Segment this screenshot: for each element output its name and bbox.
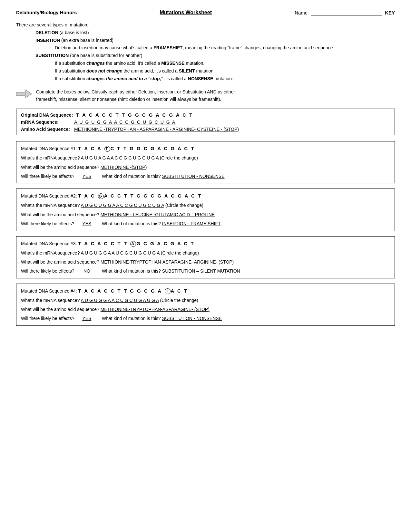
original-amino-seq: METHIONINE -TRYPTOPHAN - ASPARAGINE - AR… (74, 127, 239, 132)
key-label: KEY (385, 10, 395, 15)
sub2-mid: the amino acid, it's called a (122, 68, 179, 73)
mut-dna-row-4: Mutated DNA Sequence #4: T A C A C C T T… (21, 287, 390, 295)
substitution-text: (one base is substituted for another) (69, 53, 142, 58)
sub3-bold: NONSENSE (188, 76, 213, 81)
mut-mrna-ans-4: A U G U G G A A C C G C U G A U G A (81, 298, 159, 303)
mutations-container: Mutated DNA Sequence #1: T A C A TC T T … (16, 141, 395, 326)
mut-effects-row-3: Will there likely be effects? NO What ki… (21, 267, 390, 275)
sub2-end: mutation. (195, 68, 215, 73)
mut-effects-q-3: Will there likely be effects? (21, 268, 75, 274)
sub3-line: If a substitution changes the amino acid… (55, 75, 395, 83)
name-label: Name (295, 10, 308, 15)
sub1-end: mutation. (185, 61, 204, 66)
mut-dna-row-1: Mutated DNA Sequence #1: T A C A TC T T … (21, 145, 390, 152)
worksheet-title: Mutations Worksheet (160, 10, 212, 15)
arrow-line2: frameshift, missense, silent or nonsense… (36, 96, 235, 103)
mut-mrna-row-1: What's the mRNA sequence? A U G U A G A … (21, 154, 390, 161)
page-header: Delahunty/Biology Honors Mutations Works… (16, 10, 395, 15)
mut-mrna-q-2: What's the mRNA sequence? (21, 203, 81, 208)
mut-mrna-note-2: (Circle the change) (165, 203, 203, 208)
mut-amino-q-4: What will be the amino acid sequence? (21, 307, 101, 312)
mut-kind-ans-1: SUBSTITUTION - NONSENSE (162, 174, 225, 179)
mut-kind-q-2: What kind of mutation is this? (102, 221, 162, 226)
mut-effects-ans-3: NO (75, 267, 98, 275)
mut-kind-ans-2: INSERTION - FRAME SHIFT (162, 221, 221, 226)
substitution-label: SUBSTITUTION (35, 53, 69, 58)
mut-mrna-q-1: What's the mRNA sequence? (21, 155, 81, 160)
frameshift-start: Deletion and insertion may cause what's … (55, 45, 153, 50)
original-mrna-row: mRNA Sequence: A U G U G G A A C C G C U… (21, 120, 390, 125)
sub1-italic: changes (86, 61, 105, 66)
deletion-text: (a base is lost) (58, 30, 89, 35)
mutation-box-2: Mutated DNA Sequence #2: T A C GA C C T … (16, 189, 395, 231)
mut-amino-row-2: What will be the amino acid sequence? ME… (21, 211, 390, 218)
mut-dna-label: Mutated DNA Sequence #1: (21, 146, 77, 151)
svg-marker-1 (25, 90, 32, 98)
mut-kind-q-1: What kind of mutation is this? (102, 174, 162, 179)
mut-amino-q-3: What will be the amino acid sequence? (21, 259, 101, 265)
insertion-text: (an extra base is inserted) (60, 38, 113, 43)
deletion-label: DELETION (35, 30, 58, 35)
frameshift-end: , meaning the reading "frame" changes, c… (182, 45, 334, 50)
name-line (311, 10, 382, 15)
substitution-line: SUBSTITUTION (one base is substituted fo… (35, 52, 395, 60)
mut-amino-row-4: What will be the amino acid sequence? ME… (21, 306, 390, 313)
original-box: Original DNA Sequence: T A C A C C T T G… (16, 109, 395, 135)
circled-base-1: T (104, 146, 110, 152)
mut-kind-q-4: What kind of mutation is this? (102, 316, 162, 321)
arrow-section: Complete the boxes below. Classify each … (16, 88, 395, 103)
mutation-box-4: Mutated DNA Sequence #4: T A C A C C T T… (16, 284, 395, 326)
mutation-box-1: Mutated DNA Sequence #1: T A C A TC T T … (16, 141, 395, 183)
mut-amino-ans-1: METHIONINE -(STOP) (101, 165, 147, 170)
sub1-start: If a substitution (55, 61, 86, 66)
mut-dna-row-3: Mutated DNA Sequence #3: T A C A C C T T… (21, 240, 390, 247)
mut-mrna-row-2: What's the mRNA sequence? A U G C U G G … (21, 202, 390, 209)
intro-section: There are several types of mutation: DEL… (16, 21, 395, 82)
mut-mrna-note-3: (Circle the change) (161, 250, 199, 256)
insertion-label: INSERTION (35, 38, 60, 43)
header-right: Name KEY (295, 10, 395, 15)
mut-mrna-ans-1: A U G U A G A A C C G C U G C U G A (81, 155, 159, 160)
mut-effects-row-2: Will there likely be effects? YES What k… (21, 220, 390, 227)
arrow-line1: Complete the boxes below. Classify each … (36, 88, 235, 95)
mut-mrna-row-4: What's the mRNA sequence? A U G U G G A … (21, 297, 390, 304)
frameshift-line: Deletion and insertion may cause what's … (55, 44, 395, 52)
sub3-italic: changes the amino acid to a "stop," (86, 76, 163, 81)
mut-effects-q-4: Will there likely be effects? (21, 316, 75, 321)
mut-amino-q-1: What will be the amino acid sequence? (21, 165, 101, 170)
mut-mrna-ans-3: A U G U G G A A U C G C U G C U G A (81, 250, 160, 256)
mut-mrna-ans-2: A U G C U G G A A C C G C U G C U G A (81, 203, 164, 208)
original-dna-row: Original DNA Sequence: T A C A C C T T G… (21, 112, 390, 118)
mutation-box-3: Mutated DNA Sequence #3: T A C A C C T T… (16, 236, 395, 278)
mut-effects-ans-2: YES (75, 220, 98, 227)
mut-kind-ans-4: SUBSITUTION - NONSENSE (162, 316, 222, 321)
sub2-line: If a substitution does not change the am… (55, 67, 395, 75)
mut-effects-row-4: Will there likely be effects? YES What k… (21, 315, 390, 322)
sub1-bold: MISSENSE (161, 61, 184, 66)
mut-dna-label: Mutated DNA Sequence #2: (21, 193, 77, 198)
circled-base-3: A (130, 241, 136, 247)
intro-line1: There are several types of mutation: (16, 21, 395, 29)
insertion-line: INSERTION (an extra base is inserted) (35, 37, 395, 44)
svg-rect-0 (16, 92, 26, 95)
mut-amino-ans-3: METHIONINE-TRYPTOPHAN-ASPARAGINE- ARGINI… (101, 259, 234, 265)
mut-kind-ans-3: SUBSTITUTION – SILENT MUTATION (162, 268, 240, 274)
mut-amino-row-1: What will be the amino acid sequence? ME… (21, 164, 390, 171)
sub3-start: If a substitution (55, 76, 86, 81)
original-mrna-seq: A U G U G G A A C C G C U G C U G A (74, 120, 176, 125)
mut-effects-q-2: Will there likely be effects? (21, 221, 75, 226)
circled-base-4: T (165, 288, 171, 294)
mut-kind-q-3: What kind of mutation is this? (102, 268, 162, 274)
sub1-line: If a substitution changes the amino acid… (55, 60, 395, 67)
mut-dna-row-2: Mutated DNA Sequence #2: T A C GA C C T … (21, 192, 390, 200)
mut-mrna-row-3: What's the mRNA sequence? A U G U G G A … (21, 249, 390, 256)
mut-mrna-q-4: What's the mRNA sequence? (21, 298, 81, 303)
class-name: Delahunty/Biology Honors (16, 10, 77, 15)
mut-dna-label: Mutated DNA Sequence #4: (21, 288, 77, 294)
circled-base-2: G (98, 193, 104, 199)
sub2-start: If a substitution (55, 68, 86, 73)
frameshift-bold: FRAMESHIFT (153, 45, 182, 50)
arrow-text: Complete the boxes below. Classify each … (36, 88, 235, 103)
mut-effects-row-1: Will there likely be effects? YES What k… (21, 173, 390, 180)
mut-mrna-q-3: What's the mRNA sequence? (21, 250, 81, 256)
